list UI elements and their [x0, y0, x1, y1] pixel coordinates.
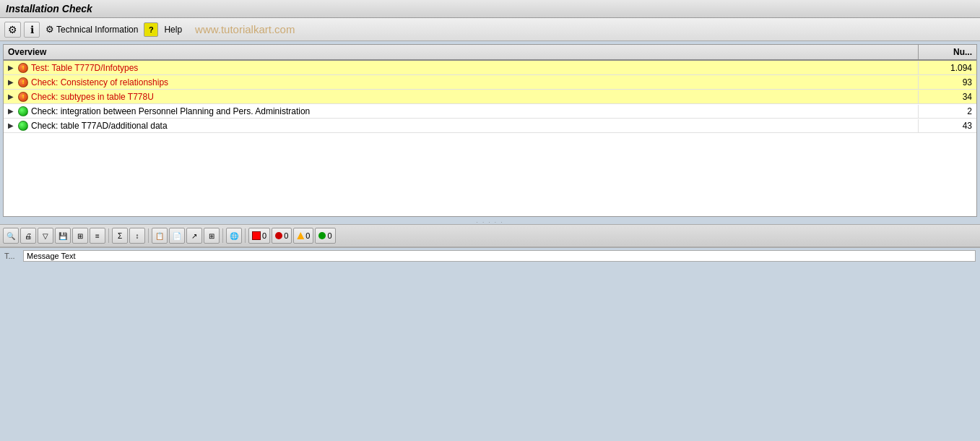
help-icon[interactable]: ?	[144, 22, 158, 37]
separator-1	[108, 228, 109, 243]
watermark-text: www.tutorialkart.com	[195, 23, 295, 35]
status-bar: T... Message Text	[0, 247, 980, 263]
layout-icon: ⊞	[77, 232, 83, 240]
expand-arrow[interactable]: ▶	[8, 78, 14, 86]
warn-dot-icon	[297, 232, 304, 239]
copy-icon: 📋	[155, 232, 164, 240]
status-icon-red-warning	[18, 92, 28, 102]
row-num: 2	[919, 105, 976, 118]
page-title: Installation Check	[6, 3, 92, 14]
message-text: Message Text	[23, 250, 976, 262]
expand-arrow[interactable]: ▶	[8, 107, 14, 115]
row-num: 43	[919, 119, 976, 132]
btm-btn-save[interactable]: 💾	[55, 228, 71, 244]
help-button[interactable]: Help	[161, 23, 185, 36]
ok-dot-icon	[318, 232, 326, 239]
row-overview: ▶ Check: table T77AD/additional data	[4, 119, 919, 132]
btm-btn-export[interactable]: ↗	[186, 228, 202, 244]
expand-arrow[interactable]: ▶	[8, 64, 14, 72]
row-num: 1.094	[919, 61, 976, 74]
status-icon-red-warning	[18, 63, 28, 73]
status-icon-red-warning	[18, 77, 28, 87]
toolbar-btn-1[interactable]: ⚙	[4, 22, 21, 38]
chart-icon: 🌐	[230, 232, 238, 240]
expand-arrow[interactable]: ▶	[8, 93, 14, 100]
status-icon-green	[18, 121, 28, 131]
stop-count-label: 0	[262, 231, 266, 240]
help-label: Help	[164, 25, 182, 35]
ok-count-label: 0	[327, 231, 331, 240]
row-num: 93	[919, 76, 976, 89]
ok-count-button[interactable]: 0	[315, 228, 335, 244]
title-bar: Installation Check	[0, 0, 980, 18]
find-icon: 🔍	[6, 232, 15, 240]
toolbar-btn-2[interactable]: ℹ	[24, 22, 40, 38]
settings-icon: ⚙	[8, 24, 17, 35]
btm-btn-sort[interactable]: ↕	[129, 228, 145, 244]
row-overview: ▶ Check: subtypes in table T778U	[4, 90, 919, 103]
row-overview: ▶ Check: integration between Personnel P…	[4, 105, 919, 118]
table-row[interactable]: ▶ Check: subtypes in table T778U 34	[4, 90, 976, 104]
btm-btn-sum[interactable]: Σ	[112, 228, 128, 244]
btm-btn-find[interactable]: 🔍	[3, 228, 19, 244]
table-row[interactable]: ▶ Check: Consistency of relationships 93	[4, 75, 976, 90]
table-row[interactable]: ▶ Check: table T77AD/additional data 43	[4, 119, 976, 133]
row-overview: ▶ Check: Consistency of relationships	[4, 76, 919, 89]
main-table: Overview Nu... ▶ Test: Table T777D/Infot…	[3, 44, 977, 217]
separator-4	[245, 228, 246, 243]
row-label: Check: integration between Personnel Pla…	[31, 106, 310, 116]
table-header: Overview Nu...	[4, 45, 976, 61]
table-row[interactable]: ▶ Check: integration between Personnel P…	[4, 104, 976, 119]
tech-info-icon: ⚙	[45, 24, 54, 35]
btm-btn-copy[interactable]: 📋	[152, 228, 168, 244]
technical-information-button[interactable]: ⚙ Technical Information	[43, 22, 141, 36]
btm-btn-grid[interactable]: ⊞	[204, 228, 220, 244]
expand-icon: ≡	[95, 232, 100, 240]
grid-icon: ⊞	[209, 232, 214, 240]
btm-btn-5[interactable]: ⊞	[72, 228, 88, 244]
btm-btn-print[interactable]: 🖨	[20, 228, 36, 244]
red-count-label: 0	[284, 231, 288, 240]
technical-information-label: Technical Information	[56, 25, 138, 35]
toolbar: ⚙ ℹ ⚙ Technical Information ? Help www.t…	[0, 18, 980, 41]
warn-count-button[interactable]: 0	[293, 228, 313, 244]
red-dot-icon	[275, 232, 282, 239]
table-body: ▶ Test: Table T777D/Infotypes 1.094 ▶ Ch…	[4, 61, 976, 216]
col-header-overview: Overview	[4, 45, 919, 59]
status-type: T...	[4, 252, 19, 260]
row-label: Check: Consistency of relationships	[31, 77, 168, 87]
stop-count-button[interactable]: 0	[248, 228, 270, 244]
sort-icon: ↕	[136, 232, 139, 240]
warn-count-label: 0	[305, 231, 310, 240]
table-row[interactable]: ▶ Test: Table T777D/Infotypes 1.094	[4, 61, 976, 75]
row-label: Test: Table T777D/Infotypes	[31, 63, 138, 73]
export-icon: ↗	[191, 232, 197, 240]
btm-btn-paste[interactable]: 📄	[169, 228, 185, 244]
info-circle-icon: ℹ	[30, 24, 34, 35]
row-label: Check: table T77AD/additional data	[31, 121, 168, 131]
separator-2	[148, 228, 149, 243]
col-header-number: Nu...	[919, 45, 976, 59]
filter-icon: ▽	[43, 232, 48, 240]
row-overview: ▶ Test: Table T777D/Infotypes	[4, 61, 919, 74]
save-icon: 💾	[58, 232, 67, 240]
stop-icon	[252, 231, 261, 240]
expand-arrow[interactable]: ▶	[8, 121, 14, 129]
print-icon: 🖨	[25, 232, 32, 240]
separator-3	[222, 228, 223, 243]
row-num: 34	[919, 90, 976, 103]
btm-btn-chart[interactable]: 🌐	[226, 228, 242, 244]
row-label: Check: subtypes in table T778U	[31, 92, 154, 102]
paste-icon: 📄	[173, 232, 181, 240]
sum-icon: Σ	[118, 232, 122, 240]
bottom-toolbar: 🔍 🖨 ▽ 💾 ⊞ ≡ Σ ↕ 📋 📄	[0, 224, 980, 247]
btm-btn-6[interactable]: ≡	[90, 228, 105, 244]
status-icon-green	[18, 106, 28, 116]
bottom-empty-area	[0, 263, 980, 436]
btm-btn-filter[interactable]: ▽	[38, 228, 53, 244]
red-count-button[interactable]: 0	[272, 228, 292, 244]
